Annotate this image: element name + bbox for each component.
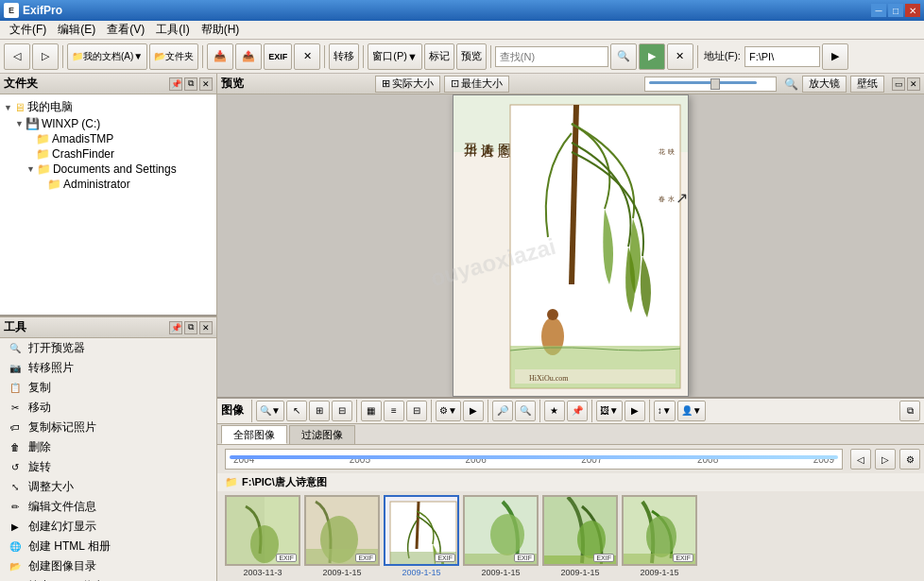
tool-resize[interactable]: ⤡ 调整大小 [0,477,216,497]
tool-html-album[interactable]: 🌐 创建 HTML 相册 [0,537,216,556]
strip-btn-settings[interactable]: ⚙▼ [436,401,461,421]
zoom-handle[interactable] [710,78,720,90]
actual-size-button[interactable]: ⊞ 实际大小 [375,76,440,93]
preview-close[interactable]: ✕ [907,77,920,91]
tool-copy-marked[interactable]: 🏷 复制标记照片 [0,418,216,437]
strip-btn-view1[interactable]: ▦ [361,401,382,421]
strip-float-btn[interactable]: ⧉ [899,401,920,421]
timeline-bar [230,455,838,459]
strip-btn-zoom-in[interactable]: 🔎 [492,401,513,421]
mark-button[interactable]: 标记 [424,43,454,70]
tool-delete[interactable]: 🗑 删除 [0,437,216,457]
window-button[interactable]: 窗口(P)▼ [368,43,422,70]
strip-btn-search[interactable]: 🔍▼ [256,401,284,421]
thumbnail-5[interactable]: EXIF 2009-1-15 [622,495,697,577]
menu-view[interactable]: 查看(V) [101,20,150,40]
tools-close[interactable]: ✕ [199,321,213,334]
menubar: 文件(F) 编辑(E) 查看(V) 工具(I) 帮助(H) [0,21,924,40]
filetree-float[interactable]: ⧉ [184,77,197,91]
tree-docs[interactable]: ▼ 📁 Documents and Settings [4,162,213,177]
preview-button[interactable]: 预览 [456,43,487,70]
tree-admin[interactable]: 📁 Administrator [4,177,213,192]
thumbnail-4[interactable]: EXIF 2009-1-15 [542,495,618,577]
main-image-frame[interactable]: 华三川 唐人诗 意图 [453,94,689,397]
search-button[interactable]: 🔍 [610,43,637,70]
strip-btn-star[interactable]: ★ [544,401,565,421]
tree-crash[interactable]: 📁 CrashFinder [4,146,213,162]
copy-marked-icon: 🏷 [8,420,23,436]
tree-label-admin: Administrator [63,178,130,191]
tools-float[interactable]: ⧉ [184,321,197,334]
my-docs-button[interactable]: 📁 我的文档(A) ▼ [67,43,147,70]
tool-rotate[interactable]: ↺ 旋转 [0,457,216,477]
strip-btn-play[interactable]: ▶ [463,401,484,421]
strip-btn-pin[interactable]: 📌 [567,401,588,421]
filetree-pin[interactable]: 📌 [169,77,182,91]
zoom-slider[interactable] [644,77,777,92]
tree-computer[interactable]: ▼ 🖥 我的电脑 [4,98,213,116]
import-button[interactable]: 📥 [207,43,233,70]
search-input[interactable] [495,46,608,67]
minimize-button[interactable]: ─ [871,4,886,17]
move-button[interactable]: 转移 [329,43,359,70]
tab-filtered-images[interactable]: 过滤图像 [289,425,355,444]
best-size-button[interactable]: ⊡ 最佳大小 [444,76,509,93]
tab-all-images[interactable]: 全部图像 [221,425,287,444]
back-button[interactable]: ◁ [4,43,30,70]
close-button[interactable]: ✕ [905,4,920,17]
strip-btn-group[interactable]: 👤▼ [677,401,706,421]
strip-btn-thumb[interactable]: 🖼▼ [596,401,623,421]
addr-input[interactable] [744,46,820,67]
exif-button[interactable]: EXIF [264,43,292,70]
menu-edit[interactable]: 编辑(E) [52,20,101,40]
menu-help[interactable]: 帮助(H) [196,20,246,40]
exif-badge-3: EXIF [514,554,535,562]
maximize-button[interactable]: □ [888,4,903,17]
thumbnail-1[interactable]: EXIF 2009-1-15 [304,495,380,577]
delete-button[interactable]: ✕ [294,43,320,70]
tool-copy[interactable]: 📋 复制 [0,378,216,398]
strip-btn-grid[interactable]: ⊞ [309,401,330,421]
thumbnail-2[interactable]: EXIF 2009-1-15 [384,495,459,577]
strip-btn-zoom-out[interactable]: 🔍 [515,401,536,421]
rotate-icon: ↺ [8,460,23,475]
strip-btn-view3[interactable]: ⊟ [406,401,427,421]
strip-btn-action[interactable]: ▶ [625,401,645,421]
timeline-next[interactable]: ▷ [875,449,896,470]
menu-file[interactable]: 文件(F) [4,20,52,40]
tree-label-crash: CrashFinder [52,147,114,161]
strip-btn-grid2[interactable]: ⊟ [332,401,352,421]
preview-pin[interactable]: ▭ [892,77,905,91]
tool-edit-info[interactable]: ✏ 编辑文件信息 [0,497,216,517]
addr-go-button[interactable]: ▶ [822,43,848,70]
titlebar-controls: ─ □ ✕ [871,4,920,17]
strip-btn-cursor[interactable]: ↖ [286,401,307,421]
thumb-img-2: EXIF [384,495,459,566]
export-button[interactable]: 📤 [235,43,262,70]
tool-slideshow[interactable]: ▶ 创建幻灯显示 [0,517,216,537]
tree-amadis[interactable]: 📁 AmadisTMP [4,131,213,146]
tool-open-preview[interactable]: 🔍 打开预览器 [0,338,216,358]
timeline-prev[interactable]: ◁ [850,449,871,470]
filetree-header: 文件夹 📌 ⧉ ✕ [0,74,216,94]
tool-export-exif[interactable]: 📤 输出 EXIF 信息 [0,576,216,581]
search-clear-button[interactable]: ✕ [667,43,693,70]
filetree-close[interactable]: ✕ [199,77,213,91]
search-go-button[interactable]: ▶ [639,43,665,70]
menu-tools[interactable]: 工具(I) [150,20,195,40]
forward-button[interactable]: ▷ [32,43,59,70]
tools-pin[interactable]: 📌 [169,321,182,334]
tool-move[interactable]: ✂ 移动 [0,398,216,418]
thumbnail-0[interactable]: EXIF 2003-11-3 [225,495,300,577]
tool-transfer[interactable]: 📷 转移照片 [0,358,216,378]
content-area: 预览 ⊞ 实际大小 ⊡ 最佳大小 🔍 放大镜 壁纸 [217,74,924,581]
tree-winxp[interactable]: ▼ 💾 WINXP (C:) [4,116,213,131]
strip-btn-view2[interactable]: ≡ [384,401,404,421]
tool-image-catalog[interactable]: 📂 创建图像目录 [0,556,216,576]
thumbnail-3[interactable]: EXIF 2009-1-15 [463,495,539,577]
wallpaper-button[interactable]: 壁纸 [850,76,884,93]
strip-btn-sort[interactable]: ↕▼ [654,401,676,421]
file-folder-button[interactable]: 📂 文件夹 [149,43,198,70]
magnifier-button[interactable]: 放大镜 [802,76,847,93]
timeline-menu[interactable]: ⚙ [899,449,920,470]
